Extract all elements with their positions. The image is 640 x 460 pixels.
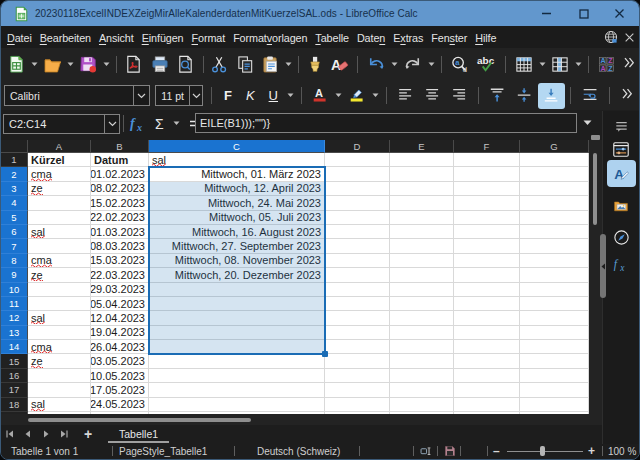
cell-B4[interactable]: 15.02.2023 [91,196,149,210]
column-header-G[interactable]: G [520,140,589,153]
cell-A11[interactable] [28,297,91,311]
cell-C4[interactable]: Mittwoch, 24. Mai 2023 [149,196,325,210]
cell-D14[interactable] [325,340,390,354]
cell-D4[interactable] [325,196,390,210]
cell-B10[interactable]: 29.03.2023 [91,283,149,297]
previous-sheet-icon[interactable] [19,425,37,443]
cell-E16[interactable] [390,369,454,383]
row-header-8[interactable]: 8 [1,254,28,268]
insert-column-dropdown-icon[interactable] [573,52,583,78]
cell-G1[interactable] [520,153,589,167]
row-header-14[interactable]: 14 [1,340,28,354]
cell-D10[interactable] [325,283,390,297]
cell-E17[interactable] [390,383,454,397]
cell-E7[interactable] [390,239,454,253]
cell-F11[interactable] [454,297,520,311]
sum-icon[interactable]: Σ [151,117,171,131]
font-size-combobox-dropdown-icon[interactable] [189,86,202,105]
clear-formatting-button[interactable]: A [327,52,352,78]
align-left-button[interactable] [392,83,419,109]
minimize-button[interactable] [529,1,563,26]
cell-A8[interactable]: cma [28,254,91,268]
cell-B15[interactable]: 03.05.2023 [91,354,149,368]
cell-E2[interactable] [390,167,454,181]
redo-dropdown-icon[interactable] [427,52,437,78]
cell-E4[interactable] [390,196,454,210]
save-dropdown-icon[interactable] [101,52,111,78]
cell-C7[interactable]: Mittwoch, 27. September 2023 [149,239,325,253]
find-replace-button[interactable]: ad [447,52,473,78]
cell-F6[interactable] [454,225,520,239]
cell-B16[interactable]: 10.05.2023 [91,369,149,383]
cell-F9[interactable] [454,268,520,282]
cell-E6[interactable] [390,225,454,239]
cell-D8[interactable] [325,254,390,268]
cell-F16[interactable] [454,369,520,383]
insert-row-dropdown-icon[interactable] [537,52,547,78]
cell-E13[interactable] [390,326,454,340]
cell-F3[interactable] [454,182,520,196]
row-header-1[interactable]: 1 [1,153,28,167]
copy-button[interactable] [233,52,258,78]
cell-G13[interactable] [520,326,589,340]
sidebar-hide-grip[interactable] [600,234,606,298]
cell-F10[interactable] [454,283,520,297]
cell-D7[interactable] [325,239,390,253]
cell-A15[interactable]: ze [28,354,91,368]
font-color-dropdown-icon[interactable] [333,83,344,109]
menu-extras[interactable]: Extras [389,29,427,47]
split-window-handle[interactable] [591,135,600,140]
cell-E8[interactable] [390,254,454,268]
name-box[interactable]: C2:C14 [3,114,120,134]
cell-B18[interactable]: 24.05.2023 [91,398,149,412]
cell-A6[interactable]: sal [28,225,91,239]
zoom-slider-track[interactable] [507,451,583,452]
row-header-17[interactable]: 17 [1,383,28,397]
open-file-dropdown-icon[interactable] [66,52,76,78]
maximize-button[interactable] [567,1,601,26]
row-header-6[interactable]: 6 [1,225,28,239]
titlebar[interactable]: 20230118ExcelINDEXZeigMirAlleKalenderdat… [1,1,639,26]
row-header-10[interactable]: 10 [1,283,28,297]
next-sheet-icon[interactable] [37,425,55,443]
font-name-combobox[interactable]: Calibri [4,85,150,106]
last-sheet-icon[interactable] [55,425,73,443]
cell-G9[interactable] [520,268,589,282]
clone-formatting-button[interactable] [303,52,326,78]
save-button[interactable] [76,52,101,78]
cell-E18[interactable] [390,398,454,412]
cell-C14[interactable] [149,340,325,354]
column-header-E[interactable]: E [390,140,454,153]
wrap-text-button[interactable] [576,83,604,109]
overflow-button[interactable] [619,52,640,78]
cell-G16[interactable] [520,369,589,383]
cell-B11[interactable]: 05.04.2023 [91,297,149,311]
cell-E10[interactable] [390,283,454,297]
cell-B2[interactable]: 01.02.2023 [91,167,149,181]
cell-D13[interactable] [325,326,390,340]
align-vcenter-button[interactable] [511,83,538,109]
cell-A17[interactable] [28,383,91,397]
row-header-5[interactable]: 5 [1,211,28,225]
menu-tabelle[interactable]: Tabelle [311,29,353,47]
navigator-deck-icon[interactable] [607,225,636,249]
cell-G8[interactable] [520,254,589,268]
cell-D2[interactable] [325,167,390,181]
row-header-9[interactable]: 9 [1,268,28,282]
column-header-B[interactable]: B [91,140,149,153]
cell-B14[interactable]: 26.04.2023 [91,340,149,354]
cell-E14[interactable] [390,340,454,354]
cell-C17[interactable] [149,383,325,397]
cell-A1[interactable]: Kürzel [28,153,91,167]
cell-C2[interactable]: Mittwoch, 01. März 2023 [149,167,325,181]
column-header-D[interactable]: D [325,140,390,153]
cell-C10[interactable] [149,283,325,297]
cell-B12[interactable]: 12.04.2023 [91,311,149,325]
cell-D16[interactable] [325,369,390,383]
cell-F18[interactable] [454,398,520,412]
name-box-dropdown-icon[interactable] [104,115,119,133]
menu-ansicht[interactable]: Ansicht [95,29,138,47]
cell-C5[interactable]: Mittwoch, 05. Juli 2023 [149,211,325,225]
cell-B9[interactable]: 22.03.2023 [91,268,149,282]
vertical-scrollbar-thumb[interactable] [593,153,597,225]
